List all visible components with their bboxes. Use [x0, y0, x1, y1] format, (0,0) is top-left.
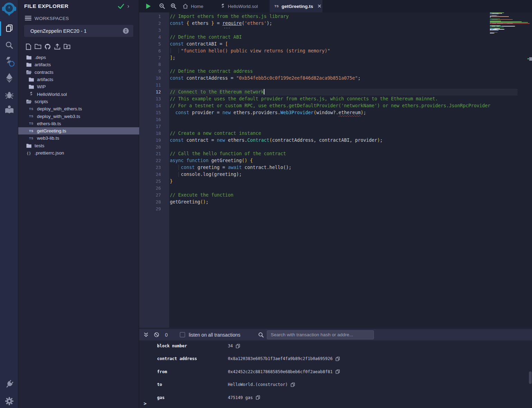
code-line[interactable]: async function getGreeting() {: [169, 157, 518, 164]
code-line[interactable]: [169, 116, 518, 123]
line-number[interactable]: 18: [139, 130, 169, 137]
code-line[interactable]: // Define the contract ABI: [169, 34, 518, 41]
tree-item-scripts[interactable]: scripts: [18, 98, 139, 105]
remix-logo-icon[interactable]: [0, 1, 18, 17]
publish-to-github-icon[interactable]: [44, 43, 51, 50]
line-number[interactable]: 29: [139, 206, 169, 212]
code-line[interactable]: const contractABI = [: [169, 41, 518, 48]
panel-expand-chevron-icon[interactable]: ›: [127, 3, 129, 9]
code-line[interactable]: // For a testnet or custom RPC, use ethe…: [169, 102, 518, 109]
code-line[interactable]: "function hello() public view returns (s…: [169, 48, 518, 54]
line-number[interactable]: 25: [139, 178, 169, 185]
code-line[interactable]: // Define the contract address: [169, 68, 518, 75]
tree-item-web3-lib-ts[interactable]: TSweb3-lib.ts: [18, 135, 139, 142]
tab-getgreeting-ts[interactable]: TS getGreeting.ts ✕: [270, 0, 322, 12]
code-line[interactable]: // Import ethers from the ethers.js libr…: [169, 13, 518, 20]
terminal-prompt[interactable]: >: [144, 401, 146, 406]
minimap[interactable]: [490, 12, 530, 328]
terminal-scrollbar-thumb[interactable]: [529, 371, 532, 384]
line-number[interactable]: 24: [139, 171, 169, 178]
solidity-compiler-icon[interactable]: [0, 56, 18, 68]
code-line[interactable]: // Execute the function: [169, 192, 518, 199]
plugin-manager-icon[interactable]: [0, 379, 18, 390]
copy-icon[interactable]: [256, 395, 260, 400]
code-line[interactable]: const greeting = await contract.hello();: [169, 164, 518, 171]
line-number[interactable]: 20: [139, 144, 169, 151]
solidity-learning-icon[interactable]: [0, 105, 18, 115]
line-number[interactable]: 1: [139, 13, 169, 20]
tree-item-deploy-with-web3-ts[interactable]: TSdeploy_with_web3.ts: [18, 112, 139, 120]
tree-item-artifacts[interactable]: artifacts: [18, 76, 139, 83]
tab-home[interactable]: Home: [178, 0, 208, 12]
tab-helloworld-sol[interactable]: HelloWorld.sol: [216, 0, 263, 12]
zoom-in-icon[interactable]: [171, 3, 176, 10]
line-number[interactable]: 15: [139, 109, 169, 116]
code-line[interactable]: const contractAddress = "0xb54febb5c0c0f…: [169, 75, 518, 82]
tree-item-deploy-with-ethers-ts[interactable]: TSdeploy_with_ethers.ts: [18, 105, 139, 112]
code-line[interactable]: [169, 144, 518, 151]
line-number[interactable]: 7: [139, 54, 169, 61]
clear-console-icon[interactable]: [154, 332, 159, 337]
line-number[interactable]: 28: [139, 199, 169, 206]
code-line[interactable]: const contract = new ethers.Contract(con…: [169, 137, 518, 144]
tree-item-contracts[interactable]: contracts: [18, 69, 139, 76]
code-line[interactable]: // Connect to the Ethereum network: [169, 89, 518, 96]
line-number[interactable]: 23: [139, 164, 169, 171]
create-new-file-icon[interactable]: [25, 43, 32, 50]
code-line[interactable]: ];: [169, 54, 518, 61]
line-number[interactable]: 14: [139, 102, 169, 109]
upload-files-icon[interactable]: [54, 43, 61, 50]
create-new-folder-icon[interactable]: [35, 43, 41, 50]
copy-icon[interactable]: [291, 382, 295, 387]
tree-item--deps[interactable]: .deps: [18, 54, 139, 61]
file-explorer-icon[interactable]: [0, 24, 18, 33]
copy-icon[interactable]: [336, 369, 340, 374]
line-number[interactable]: 12: [139, 89, 169, 96]
tree-item-wip[interactable]: WIP: [18, 83, 139, 90]
line-number[interactable]: 2: [139, 20, 169, 27]
line-number[interactable]: 26: [139, 185, 169, 192]
code-line[interactable]: [169, 27, 518, 34]
workspace-ok-check-icon[interactable]: [118, 3, 124, 11]
code-line[interactable]: [169, 61, 518, 68]
editor-scrollbar-thumb[interactable]: [529, 57, 532, 61]
line-number[interactable]: 5: [139, 41, 169, 48]
code-line[interactable]: const { ethers } = require('ethers');: [169, 20, 518, 27]
copy-icon[interactable]: [336, 357, 340, 361]
line-number[interactable]: 10: [139, 75, 169, 82]
code-line[interactable]: // Call the hello function of the contra…: [169, 150, 518, 157]
deploy-and-run-icon[interactable]: [0, 72, 18, 83]
line-number[interactable]: 4: [139, 34, 169, 41]
settings-gear-icon[interactable]: [0, 396, 18, 406]
line-number[interactable]: 3: [139, 27, 169, 34]
tree-item-getgreeting-ts[interactable]: TSgetGreeting.ts: [18, 127, 139, 135]
tree-item-ethers-lib-ts[interactable]: TSethers-lib.ts: [18, 120, 139, 127]
code-line[interactable]: [169, 123, 518, 130]
close-tab-icon[interactable]: ✕: [317, 3, 322, 9]
tree-item--prettierrc-json[interactable]: { }.prettierrc.json: [18, 149, 139, 157]
tree-item-helloworld-sol[interactable]: HelloWorld.sol: [18, 90, 139, 98]
code-line[interactable]: getGreeting();: [169, 199, 518, 206]
line-number[interactable]: 21: [139, 150, 169, 157]
zoom-out-icon[interactable]: [159, 3, 165, 10]
line-number[interactable]: 19: [139, 137, 169, 144]
code-line[interactable]: const provider = new ethers.providers.We…: [169, 109, 518, 116]
upload-folder-icon[interactable]: [64, 43, 70, 50]
code-line[interactable]: // Create a new contract instance: [169, 130, 518, 137]
run-script-button[interactable]: [146, 3, 151, 11]
line-number[interactable]: 8: [139, 61, 169, 68]
copy-icon[interactable]: [236, 344, 240, 348]
line-number[interactable]: 6: [139, 48, 169, 54]
collapse-terminal-icon[interactable]: [144, 332, 148, 337]
line-number[interactable]: 13: [139, 96, 169, 102]
line-number[interactable]: 11: [139, 82, 169, 89]
search-icon[interactable]: [0, 41, 18, 49]
workspace-menu-icon[interactable]: [25, 16, 31, 20]
workspace-select[interactable]: OpenZeppelin ERC20 - 1: [24, 25, 133, 37]
debugger-icon[interactable]: [0, 90, 18, 100]
tree-item-artifacts[interactable]: artifacts: [18, 61, 139, 68]
code-line[interactable]: }: [169, 178, 518, 185]
listen-transactions-checkbox[interactable]: [180, 332, 185, 337]
code-line[interactable]: console.log(greeting);: [169, 171, 518, 178]
line-number[interactable]: 17: [139, 123, 169, 130]
